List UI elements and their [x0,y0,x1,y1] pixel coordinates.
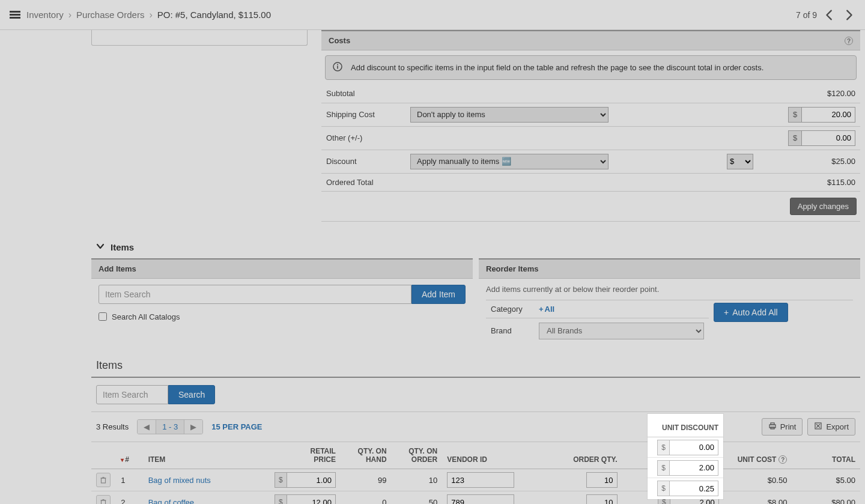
order-qty-input[interactable] [586,494,618,504]
add-items-title: Add Items [91,258,473,279]
discount-row: Discount Apply manually to items 🆕 $ $25… [321,150,860,173]
brand-label: Brand [486,318,534,344]
category-label: Category [486,300,534,318]
export-button[interactable]: Export [807,418,855,436]
apply-changes-button[interactable]: Apply changes [790,198,857,215]
costs-info-banner: Add discount to specific items in the in… [325,55,857,80]
items-list-title: Items [91,350,860,378]
col-qty-on-hand[interactable]: QTY. ONHAND [341,442,392,469]
breadcrumb-inventory[interactable]: Inventory [26,10,64,20]
col-total[interactable]: TOTAL [792,442,860,469]
vendor-id-input[interactable] [447,472,514,488]
unit-discount-input[interactable] [669,440,718,455]
qty-on-hand-value: 99 [341,469,392,491]
category-all-link[interactable]: +All [539,305,554,314]
print-icon [768,422,777,432]
items-search-input[interactable] [96,385,168,404]
qty-on-order-value: 10 [392,469,443,491]
add-items-panel: Add Items Add Item Search All Catalogs [91,258,473,350]
reorder-items-title: Reorder Items [479,258,860,279]
subtotal-label: Subtotal [321,85,405,103]
col-number[interactable]: ▾# [116,442,143,469]
unit-discount-input[interactable] [669,481,718,496]
items-accordion-toggle[interactable]: Items [91,236,860,258]
discount-label: Discount [321,150,405,173]
other-row: Other (+/-) $ [321,126,860,150]
costs-table: Subtotal $120.00 Shipping Cost Don't app… [321,85,860,192]
unit-discount-highlight: UNIT DISCOUNT $$$ [648,414,723,499]
unit-discount-input[interactable] [669,460,718,476]
add-item-button[interactable]: Add Item [411,285,466,304]
add-item-search-input[interactable] [99,285,411,304]
results-count-text: 3 Results [96,422,129,431]
per-page-link[interactable]: 15 PER PAGE [211,422,262,431]
pager-next[interactable]: ▶ [184,420,202,434]
costs-title-bar: Costs ? [321,30,860,50]
help-icon[interactable]: ? [842,36,853,45]
total-value: $80.00 [792,491,860,504]
col-qty-on-order[interactable]: QTY. ONORDER [392,442,443,469]
col-order-qty[interactable]: ORDER QTY. [523,442,622,469]
order-qty-input[interactable] [586,472,618,488]
chevron-down-icon [96,242,105,252]
discount-unit-select[interactable]: $ [727,154,753,169]
search-all-catalogs-checkbox[interactable] [99,312,107,321]
unit-cost-value: $8.00 [724,491,792,504]
items-data-table: ▾# ITEM RETAILPRICE QTY. ONHAND QTY. ONO… [91,442,860,505]
shipping-cost-input[interactable] [801,107,855,123]
subtotal-value: $120.00 [758,85,860,103]
costs-panel: Costs ? Add discount to specific items i… [321,30,860,222]
page-header: Inventory › Purchase Orders › PO: #5, Ca… [0,0,865,30]
brand-select[interactable]: All Brands [539,323,704,339]
notes-textarea-bottom[interactable] [91,30,308,46]
unit-cost-value: $0.50 [724,469,792,491]
item-name-link[interactable]: Bag of mixed nuts [144,469,267,491]
auto-add-all-button[interactable]: + Auto Add All [714,303,788,322]
module-icon [10,11,20,19]
col-unit-cost[interactable]: UNIT COST? [724,442,792,469]
currency-prefix: $ [657,440,669,455]
items-search-button[interactable]: Search [168,385,215,404]
costs-info-text: Add discount to specific items in the in… [351,63,763,72]
help-icon[interactable]: ? [778,455,787,464]
ordered-total-value: $115.00 [758,173,860,191]
table-row: 1Bag of mixed nuts$9910$$0.50$5.00 [91,469,860,491]
retail-price-input[interactable] [287,472,336,488]
item-name-link[interactable]: Bag of coffee [144,491,267,504]
sort-desc-icon: ▾ [121,457,124,463]
row-number: 1 [116,469,143,491]
discount-apply-select[interactable]: Apply manually to items 🆕 [410,154,609,169]
next-record-button[interactable] [842,8,855,22]
subtotal-row: Subtotal $120.00 [321,85,860,103]
col-vendor-id[interactable]: VENDOR ID [442,442,523,469]
vendor-id-input[interactable] [447,494,514,504]
breadcrumb-purchase-orders[interactable]: Purchase Orders [76,10,144,20]
export-icon [814,422,822,432]
shipping-apply-select[interactable]: Don't apply to items [410,107,609,123]
prev-record-button[interactable] [823,8,836,22]
qty-on-hand-value: 0 [341,491,392,504]
plus-icon: + [724,308,729,317]
svg-rect-2 [10,17,20,19]
delete-row-button[interactable] [96,495,111,504]
pager-prev[interactable]: ◀ [138,420,156,434]
svg-rect-7 [771,423,774,425]
svg-rect-0 [10,11,20,13]
pager-range[interactable]: 1 - 3 [156,420,184,434]
currency-prefix: $ [788,107,801,123]
pager-text: 7 of 9 [796,10,817,20]
col-item[interactable]: ITEM [144,442,267,469]
svg-rect-1 [10,14,20,16]
ordered-total-label: Ordered Total [321,173,405,191]
other-cost-input[interactable] [801,130,855,146]
col-retail-price[interactable]: RETAILPRICE [267,442,341,469]
delete-row-button[interactable] [96,473,111,487]
plus-icon: + [539,305,544,314]
svg-rect-11 [102,500,106,504]
row-number: 2 [116,491,143,504]
print-button[interactable]: Print [762,418,803,436]
discount-value: $25.00 [758,150,860,173]
search-all-catalogs-label[interactable]: Search All Catalogs [99,312,466,321]
retail-price-input[interactable] [287,494,336,504]
chevron-right-icon: › [149,10,152,20]
